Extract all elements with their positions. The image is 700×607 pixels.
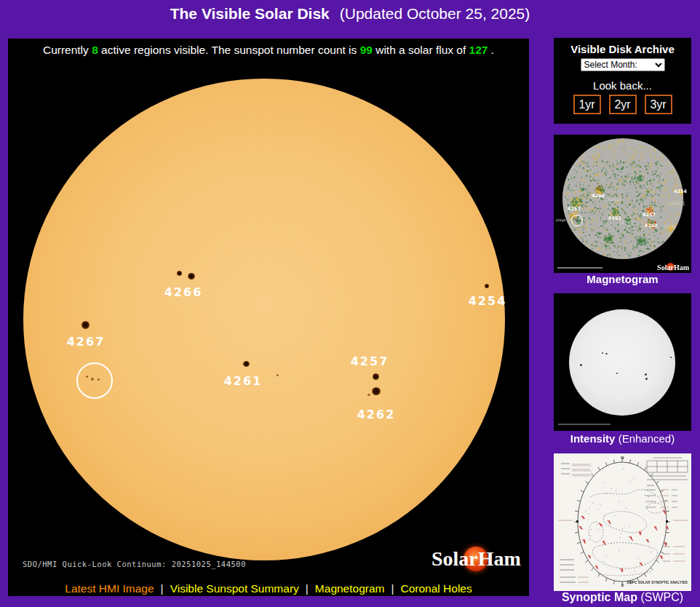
sun-disk-image[interactable] xyxy=(23,79,505,560)
look-back-buttons: 1yr 2yr 3yr xyxy=(554,95,691,114)
intensity-sunspot xyxy=(645,378,648,380)
magnetogram-label: Magnetogram xyxy=(554,273,691,285)
magnetogram-thumbnail[interactable]: 4266 4267 4261 4257 4262 4254 [4264] [42… xyxy=(554,135,691,273)
mag-annotation-circle xyxy=(571,215,583,226)
look-back-1yr-button[interactable]: 1yr xyxy=(573,95,601,114)
link-latest-hmi-image[interactable]: Latest HMI Image xyxy=(65,582,154,595)
intensity-sunspot xyxy=(602,352,603,354)
sunspot-label-4262: 4262 xyxy=(357,408,396,421)
mag-caption-bar xyxy=(557,267,602,269)
bottom-links: Latest HMI Image|Visible Sunspot Summary… xyxy=(8,582,529,595)
page-title-main: The Visible Solar Disk xyxy=(170,5,330,22)
sunspot-number: 99 xyxy=(360,44,373,56)
link-visible-sunspot-summary[interactable]: Visible Sunspot Summary xyxy=(170,582,299,595)
link-separator: | xyxy=(306,582,309,595)
solarham-logo-text: SolarHam xyxy=(431,547,521,571)
sunspot xyxy=(373,373,379,380)
synoptic-map-image xyxy=(554,453,691,591)
sunspot xyxy=(243,361,250,367)
sunspot xyxy=(485,284,489,288)
look-back-3yr-button[interactable]: 3yr xyxy=(645,95,672,114)
look-back-2yr-button[interactable]: 2yr xyxy=(609,95,637,114)
status-text: . xyxy=(491,44,494,56)
intensity-sunspot xyxy=(645,373,647,376)
sunspot xyxy=(372,387,381,395)
sunspot xyxy=(367,394,370,396)
solarham-logo: SolarHam xyxy=(431,547,528,577)
mag-label-4258: [4258] xyxy=(660,224,676,230)
intensity-label-bold: Intensity xyxy=(570,432,616,445)
link-coronal-holes[interactable]: Coronal Holes xyxy=(401,582,472,595)
sunspot-label-4257: 4257 xyxy=(351,354,389,368)
synoptic-label-bold: Synoptic Map xyxy=(562,591,637,603)
page-title: The Visible Solar Disk(Updated October 2… xyxy=(0,5,700,23)
mag-label-4262: 4262 xyxy=(645,223,658,229)
synoptic-footer-text: SWPC SOLAR SYNOPTIC ANALYSIS xyxy=(627,581,688,584)
plage-annotation-circle xyxy=(76,362,113,399)
synoptic-label-rest: (SWPC) xyxy=(640,591,683,603)
mag-label-plage: plage xyxy=(556,218,566,222)
synoptic-label: Synoptic Map (SWPC) xyxy=(554,591,691,604)
sunspot xyxy=(188,273,195,279)
mag-label-4264: [4264] xyxy=(605,197,621,203)
sunspot xyxy=(81,321,90,329)
status-line: Currently 8 active regions visible. The … xyxy=(8,44,529,57)
month-select[interactable]: Select Month: xyxy=(581,58,665,71)
link-magnetogram[interactable]: Magnetogram xyxy=(315,582,385,595)
mag-label-4266: 4266 xyxy=(592,193,605,199)
visible-disk-archive-panel: Visible Disk Archive Select Month: Look … xyxy=(554,38,691,124)
mag-label-4254: 4254 xyxy=(674,189,687,194)
intensity-sunspot xyxy=(616,373,618,374)
intensity-label-rest: (Enhanced) xyxy=(619,432,675,445)
synoptic-map-thumbnail[interactable]: N S SWPC SOLAR SYNOPTIC ANALYSIS xyxy=(554,453,691,591)
intensity-thumbnail[interactable] xyxy=(554,293,691,431)
mag-label-4263: [4263] xyxy=(669,201,685,207)
sunspot xyxy=(277,374,279,376)
compass-north-label: N xyxy=(554,456,691,460)
archive-title: Visible Disk Archive xyxy=(554,38,691,55)
intensity-sunspot xyxy=(605,353,608,354)
mag-label-4267: 4267 xyxy=(568,206,581,212)
status-text: with a solar flux of xyxy=(375,44,466,56)
solar-disk-panel: Currently 8 active regions visible. The … xyxy=(8,39,529,596)
sunspot-label-4261: 4261 xyxy=(224,374,263,388)
status-text: Currently xyxy=(43,44,89,56)
intensity-sunspot xyxy=(580,364,582,366)
sunspot-label-4266: 4266 xyxy=(164,285,203,299)
link-separator: | xyxy=(161,582,164,595)
intensity-sunspot xyxy=(670,357,672,358)
link-separator: | xyxy=(391,582,394,595)
status-text: active regions visible. The sunspot numb… xyxy=(101,44,357,56)
page: The Visible Solar Disk(Updated October 2… xyxy=(0,0,700,607)
mag-label-4260: [4260] xyxy=(619,220,635,226)
active-region-count: 8 xyxy=(92,44,98,56)
page-title-updated: (Updated October 25, 2025) xyxy=(340,5,530,22)
image-timestamp-caption: SDO/HMI Quick-Look Continuum: 20251025_1… xyxy=(23,560,246,568)
mag-label-4257: 4257 xyxy=(643,212,656,218)
mag-solarham-logo-text: SolarHam xyxy=(657,263,689,271)
solar-flux: 127 xyxy=(469,44,488,56)
intensity-label: Intensity (Enhanced) xyxy=(554,432,691,445)
sunspot-label-4254: 4254 xyxy=(469,294,507,308)
sunspot xyxy=(177,271,182,276)
look-back-label: Look back... xyxy=(554,79,691,92)
intensity-disk-image xyxy=(569,309,675,416)
sunspot-label-4267: 4267 xyxy=(67,335,106,349)
intensity-caption-bar xyxy=(558,424,610,425)
